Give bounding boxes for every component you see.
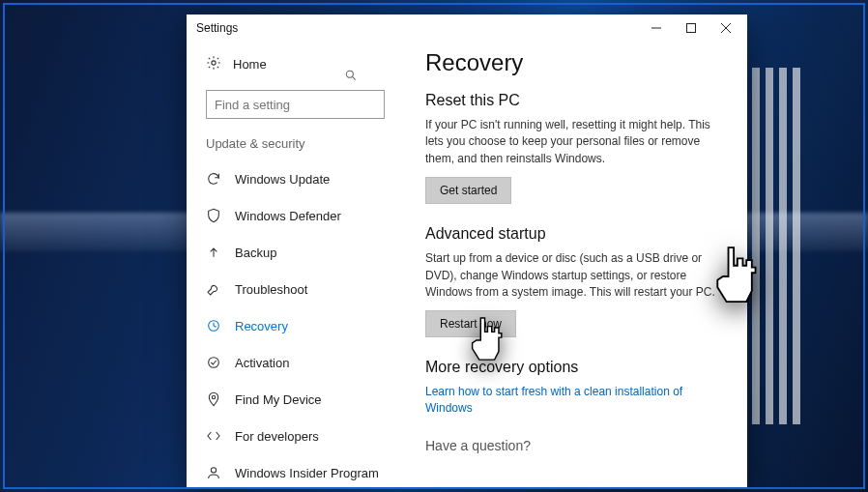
svg-point-4 (212, 60, 216, 64)
minimize-button[interactable] (639, 14, 674, 42)
start-fresh-link[interactable]: Learn how to start fresh with a clean in… (425, 384, 726, 417)
sidebar-item-for-developers[interactable]: For developers (206, 418, 404, 454)
svg-rect-1 (687, 24, 696, 33)
reset-description: If your PC isn't running well, resetting… (425, 117, 726, 167)
sidebar-item-find-my-device[interactable]: Find My Device (206, 381, 404, 418)
gear-icon (206, 55, 221, 73)
location-icon (206, 391, 221, 407)
restart-now-button[interactable]: Restart now (425, 310, 516, 337)
svg-point-9 (212, 395, 215, 398)
window-title: Settings (196, 21, 238, 35)
sidebar-item-windows-update[interactable]: Windows Update (206, 160, 404, 197)
get-started-button[interactable]: Get started (425, 177, 511, 204)
have-question-heading: Have a question? (425, 438, 726, 453)
advanced-description: Start up from a device or disc (such as … (425, 250, 726, 301)
nav-label: Windows Insider Program (235, 466, 379, 480)
nav-label: For developers (235, 429, 319, 444)
sidebar-item-recovery[interactable]: Recovery (206, 307, 404, 344)
nav-label: Backup (235, 246, 276, 260)
home-link[interactable]: Home (206, 47, 404, 80)
person-icon (206, 465, 221, 480)
nav-label: Troubleshoot (235, 282, 307, 297)
sidebar-item-backup[interactable]: Backup (206, 234, 404, 271)
sidebar-item-troubleshoot[interactable]: Troubleshoot (206, 271, 404, 307)
content-pane: Recovery Reset this PC If your PC isn't … (404, 42, 747, 488)
nav-label: Recovery (235, 319, 288, 333)
nav-label: Windows Update (235, 172, 330, 187)
recovery-icon (206, 318, 221, 333)
maximize-button[interactable] (674, 14, 709, 42)
nav-label: Find My Device (235, 392, 322, 407)
reset-section: Reset this PC If your PC isn't running w… (425, 92, 726, 204)
page-title: Recovery (425, 49, 726, 76)
developer-icon (206, 428, 221, 444)
more-heading: More recovery options (425, 359, 726, 376)
advanced-heading: Advanced startup (425, 225, 726, 243)
nav-label: Windows Defender (235, 209, 341, 223)
check-circle-icon (206, 355, 221, 370)
settings-window: Settings Home Update & security (187, 14, 747, 488)
close-button[interactable] (709, 14, 743, 42)
wrench-icon (206, 281, 221, 297)
sidebar-item-windows-insider[interactable]: Windows Insider Program (206, 454, 404, 488)
search-input[interactable] (206, 90, 385, 119)
svg-point-10 (211, 468, 216, 473)
svg-point-8 (209, 358, 219, 368)
backup-icon (206, 245, 221, 260)
shield-icon (206, 208, 221, 223)
home-label: Home (233, 57, 267, 72)
reset-heading: Reset this PC (425, 92, 726, 109)
more-recovery-section: More recovery options Learn how to start… (425, 359, 726, 417)
sidebar: Home Update & security Windows Update Wi… (187, 42, 404, 488)
titlebar: Settings (187, 14, 747, 42)
section-label: Update & security (206, 136, 404, 151)
advanced-startup-section: Advanced startup Start up from a device … (425, 225, 726, 337)
nav-label: Activation (235, 356, 289, 370)
sync-icon (206, 171, 221, 187)
sidebar-item-windows-defender[interactable]: Windows Defender (206, 197, 404, 234)
sidebar-item-activation[interactable]: Activation (206, 344, 404, 381)
